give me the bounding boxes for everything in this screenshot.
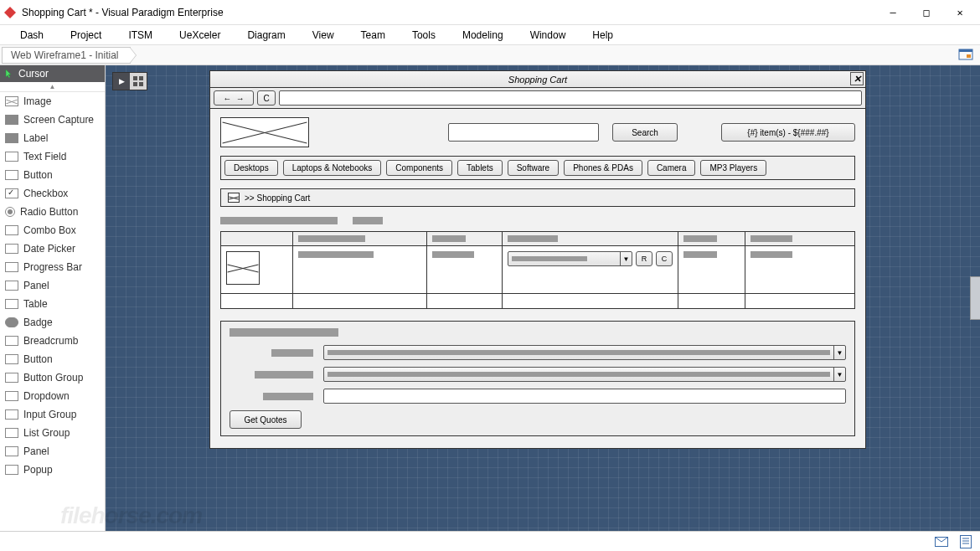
menu-dash[interactable]: Dash	[7, 27, 57, 44]
canvas-overview-button[interactable]	[130, 73, 147, 90]
form-region-combo[interactable]: ▼	[323, 367, 846, 382]
form-country-combo[interactable]: ▼	[323, 345, 846, 360]
chevron-down-icon: ▼	[833, 368, 845, 381]
wireframe-breadcrumb[interactable]: >> Shopping Cart	[220, 188, 855, 207]
checkbox-icon: ✓	[5, 188, 18, 198]
palette-item-radio-button[interactable]: Radio Button	[0, 203, 105, 221]
input-group-icon	[5, 409, 18, 420]
palette-cursor-label: Cursor	[18, 68, 49, 80]
wireframe-cart-summary-button[interactable]: {#} item(s) - ${###.##}	[721, 123, 855, 142]
wireframe-search-button[interactable]: Search	[612, 123, 678, 142]
wireframe-heading	[220, 217, 855, 224]
wireframe-reload-button[interactable]: C	[257, 90, 276, 106]
wireframe-nav-back-forward[interactable]: ← →	[214, 90, 254, 106]
panel-icon	[5, 446, 18, 456]
palette-item-table[interactable]: Table	[0, 295, 105, 313]
wireframe-nav-phones[interactable]: Phones & PDAs	[564, 160, 642, 176]
wireframe-logo-placeholder[interactable]	[220, 117, 309, 147]
svg-rect-5	[139, 76, 143, 80]
palette-cursor-tool[interactable]: Cursor	[0, 65, 105, 82]
menubar: Dash Project ITSM UeXceler Diagram View …	[0, 25, 980, 45]
wireframe-shipping-panel: ▼ ▼	[220, 321, 855, 436]
camera-icon	[5, 115, 18, 125]
document-icon[interactable]	[960, 535, 972, 548]
wireframe-nav-software[interactable]: Software	[508, 160, 559, 176]
svg-rect-3	[967, 54, 971, 58]
palette-collapse-handle[interactable]: ▲	[0, 82, 105, 92]
svg-marker-0	[4, 7, 16, 18]
palette-item-input-group[interactable]: Input Group	[0, 405, 105, 424]
breadcrumb-icon	[5, 336, 18, 346]
cart-qty-combo[interactable]: ▼	[508, 251, 632, 266]
canvas-mini-toolbar: ▶	[112, 72, 147, 90]
svg-rect-2	[959, 49, 972, 52]
menu-tools[interactable]: Tools	[399, 27, 449, 44]
palette-item-text-field[interactable]: Text Field	[0, 147, 105, 166]
wireframe-titlebar[interactable]: Shopping Cart ✕	[210, 71, 865, 88]
palette-item-screen-capture[interactable]: Screen Capture	[0, 111, 105, 129]
palette-item-progress-bar[interactable]: Progress Bar	[0, 258, 105, 276]
diagram-tab[interactable]: Web Wireframe1 - Initial	[2, 47, 131, 64]
wireframe-window[interactable]: Shopping Cart ✕ ← → C Search {#} it	[209, 70, 866, 449]
palette-item-breadcrumb[interactable]: Breadcrumb	[0, 332, 105, 350]
titlebar: Shopping Cart * - Visual Paradigm Enterp…	[0, 0, 980, 25]
svg-rect-9	[961, 535, 972, 548]
close-button[interactable]: ✕	[943, 1, 977, 24]
palette-item-badge[interactable]: Badge	[0, 313, 105, 332]
menu-itsm[interactable]: ITSM	[115, 27, 166, 44]
wireframe-close-button[interactable]: ✕	[850, 72, 864, 85]
wireframe-nav-desktops[interactable]: Desktops	[224, 160, 278, 176]
palette-item-popup[interactable]: Popup	[0, 461, 105, 479]
wireframe-breadcrumb-text: >> Shopping Cart	[245, 193, 310, 203]
wireframe-url-field[interactable]	[279, 90, 862, 106]
menu-help[interactable]: Help	[579, 27, 627, 44]
form-label	[230, 393, 313, 400]
canvas-play-button[interactable]: ▶	[113, 73, 130, 90]
minimize-button[interactable]: ―	[876, 1, 910, 24]
form-postcode-input[interactable]	[323, 389, 846, 404]
svg-rect-6	[133, 82, 137, 86]
tool-palette: Cursor ▲ Image Screen Capture Label Text…	[0, 65, 106, 531]
menu-uexceler[interactable]: UeXceler	[166, 27, 234, 44]
badge-icon	[5, 317, 18, 327]
cart-item-image[interactable]	[226, 251, 260, 285]
calendar-icon	[5, 244, 18, 254]
wireframe-search-input[interactable]	[448, 123, 599, 142]
wireframe-nav-mp3[interactable]: MP3 Players	[700, 160, 766, 176]
menu-project[interactable]: Project	[57, 27, 115, 44]
panel-icon	[5, 281, 18, 291]
table-row: ▼ R C	[221, 246, 854, 293]
switch-diagram-icon[interactable]	[958, 47, 973, 64]
wireframe-nav-components[interactable]: Components	[386, 160, 452, 176]
wireframe-title: Shopping Cart	[508, 75, 567, 85]
canvas-area[interactable]: ▶ Shopping Cart ✕ ← → C	[106, 65, 980, 531]
cart-clear-button[interactable]: C	[656, 251, 673, 266]
palette-item-combo-box[interactable]: Combo Box	[0, 221, 105, 239]
maximize-button[interactable]: □	[910, 1, 943, 24]
right-panel-handle[interactable]	[970, 276, 980, 320]
wireframe-nav-tablets[interactable]: Tablets	[457, 160, 503, 176]
palette-item-list-group[interactable]: List Group	[0, 424, 105, 442]
palette-item-panel-2[interactable]: Panel	[0, 442, 105, 461]
palette-item-button-group[interactable]: Button Group	[0, 368, 105, 387]
palette-item-button[interactable]: Button	[0, 166, 105, 184]
wireframe-nav-camera[interactable]: Camera	[647, 160, 696, 176]
cart-refresh-button[interactable]: R	[636, 251, 652, 266]
palette-item-checkbox[interactable]: ✓Checkbox	[0, 184, 105, 203]
menu-view[interactable]: View	[299, 27, 348, 44]
palette-item-date-picker[interactable]: Date Picker	[0, 239, 105, 258]
cursor-icon	[5, 69, 13, 79]
palette-item-panel[interactable]: Panel	[0, 276, 105, 295]
mail-icon[interactable]	[935, 537, 948, 547]
palette-item-label[interactable]: Label	[0, 129, 105, 147]
menu-diagram[interactable]: Diagram	[234, 27, 298, 44]
wireframe-nav-laptops[interactable]: Laptops & Notebooks	[283, 160, 382, 176]
menu-modeling[interactable]: Modeling	[449, 27, 517, 44]
palette-item-image[interactable]: Image	[0, 92, 105, 111]
palette-item-dropdown[interactable]: Dropdown	[0, 387, 105, 405]
menu-team[interactable]: Team	[348, 27, 399, 44]
label-icon	[5, 133, 18, 143]
palette-item-button-2[interactable]: Button	[0, 350, 105, 368]
menu-window[interactable]: Window	[517, 27, 580, 44]
get-quotes-button[interactable]: Get Quotes	[230, 410, 302, 429]
